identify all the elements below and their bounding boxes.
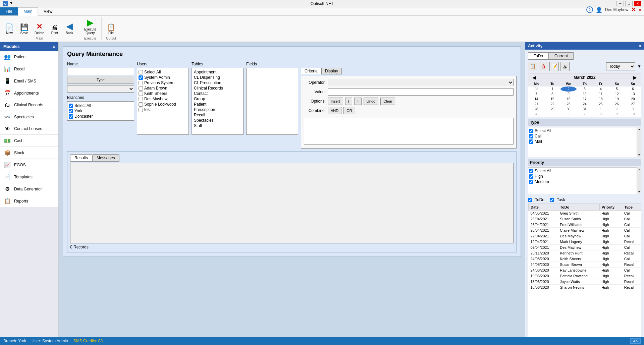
type-scrollbar[interactable]: ▲ ▼ bbox=[637, 127, 641, 157]
cal-day-cell[interactable]: 20 bbox=[625, 97, 641, 102]
table-item[interactable]: Spectacles bbox=[193, 118, 242, 123]
criteria-tab-display[interactable]: Display bbox=[321, 68, 342, 74]
type-select-all[interactable]: Select All bbox=[529, 128, 636, 133]
cal-day-cell[interactable]: 21 bbox=[528, 102, 544, 107]
type-mail[interactable]: Mail bbox=[529, 139, 636, 144]
branch-doncaster[interactable]: Doncaster bbox=[69, 114, 132, 119]
help-icon[interactable]: ? bbox=[586, 6, 593, 13]
sidebar-item-clinical-records[interactable]: 🗂 Clinical Records bbox=[0, 99, 58, 111]
table-row[interactable]: 24/08/2020Susan BrownHighRecall bbox=[529, 262, 641, 268]
table-row[interactable]: 26/04/2021Claire MayhewHighCall bbox=[529, 228, 641, 233]
todo-filter-check[interactable] bbox=[528, 198, 532, 202]
tab-main[interactable]: Main bbox=[18, 7, 38, 16]
table-row[interactable]: 26/04/2021Susan SmithHighCall bbox=[529, 216, 641, 222]
cal-day-cell[interactable]: 10 bbox=[625, 112, 641, 117]
priority-high-check[interactable] bbox=[529, 174, 533, 179]
copy-todo-button[interactable]: 📋 bbox=[528, 62, 537, 71]
or-button[interactable]: OR bbox=[343, 107, 355, 114]
operator-select[interactable] bbox=[328, 79, 514, 86]
minimize-button[interactable]: ─ bbox=[616, 1, 624, 6]
delete-todo-button[interactable]: 🗑 bbox=[539, 62, 548, 71]
results-tab-results[interactable]: Results bbox=[70, 154, 92, 162]
task-filter-check[interactable] bbox=[550, 198, 554, 202]
expand-icon[interactable]: » bbox=[639, 7, 641, 12]
sidebar-item-stock[interactable]: 📦 Stock bbox=[0, 147, 58, 159]
cal-day-cell[interactable]: 1 bbox=[593, 107, 609, 112]
cal-day-cell[interactable]: 2 bbox=[609, 107, 625, 112]
user-adam-brown[interactable]: Adam Brown bbox=[139, 85, 187, 91]
priority-medium-check[interactable] bbox=[529, 180, 533, 184]
cal-day-cell[interactable]: 2 bbox=[560, 87, 577, 92]
sidebar-collapse-icon[interactable]: « bbox=[53, 44, 55, 49]
cal-day-cell[interactable]: 4 bbox=[528, 112, 544, 117]
cal-day-cell[interactable]: 9 bbox=[560, 92, 577, 97]
user-test[interactable]: test bbox=[139, 107, 187, 112]
user-sophie-lockwood[interactable]: Sophie Lockwood bbox=[139, 102, 187, 107]
user-previous-system[interactable]: Previous System bbox=[139, 80, 187, 85]
user-previous-system-check[interactable] bbox=[139, 81, 143, 85]
cal-day-cell[interactable]: 28 bbox=[528, 87, 544, 92]
sidebar-item-templates[interactable]: 📄 Templates bbox=[0, 171, 58, 183]
ab-button[interactable]: Ab bbox=[630, 338, 641, 344]
cal-day-cell[interactable]: 19 bbox=[609, 97, 625, 102]
tab-file[interactable]: File bbox=[0, 7, 18, 15]
priority-high[interactable]: High bbox=[529, 174, 636, 179]
priority-select-all[interactable]: Select All bbox=[529, 168, 636, 174]
sidebar-item-spectacles[interactable]: 👓 Spectacles bbox=[0, 111, 58, 123]
cal-day-cell[interactable]: 5 bbox=[544, 112, 560, 117]
cal-day-cell[interactable]: 9 bbox=[609, 112, 625, 117]
sidebar-item-reports[interactable]: 📋 Reports bbox=[0, 195, 58, 207]
branch-york[interactable]: York bbox=[69, 108, 132, 114]
user-sophie-lockwood-check[interactable] bbox=[139, 102, 143, 107]
value-input[interactable] bbox=[328, 88, 514, 96]
user-des-mayhew[interactable]: Des Mayhew bbox=[139, 96, 187, 102]
cal-day-cell[interactable]: 28 bbox=[528, 107, 544, 112]
type-call-check[interactable] bbox=[529, 134, 533, 138]
cal-day-cell[interactable]: 22 bbox=[544, 102, 560, 107]
cal-day-cell[interactable]: 18 bbox=[593, 97, 609, 102]
table-item[interactable]: Patient bbox=[193, 102, 242, 107]
user-select-all-check[interactable] bbox=[139, 70, 143, 74]
priority-medium[interactable]: Medium bbox=[529, 179, 636, 184]
cal-day-cell[interactable]: 1 bbox=[544, 87, 560, 92]
maximize-button[interactable]: □ bbox=[625, 1, 633, 6]
cal-day-cell[interactable]: 5 bbox=[609, 87, 625, 92]
tab-view[interactable]: View bbox=[38, 7, 58, 15]
close-paren-button[interactable]: ) bbox=[354, 98, 362, 105]
table-item[interactable]: Prescription bbox=[193, 107, 242, 112]
today-select[interactable]: Today Tomorrow This Week All bbox=[606, 62, 635, 70]
table-item[interactable]: CL Prescription bbox=[193, 80, 242, 85]
type-dropdown[interactable] bbox=[67, 85, 134, 93]
cal-day-cell[interactable]: 17 bbox=[577, 97, 593, 102]
cal-day-cell[interactable]: 11 bbox=[593, 92, 609, 97]
user-system-admin[interactable]: System Admin bbox=[139, 75, 187, 80]
cal-day-cell[interactable]: 31 bbox=[577, 107, 593, 112]
cal-day-cell[interactable]: 15 bbox=[544, 97, 560, 102]
type-select-all-check[interactable] bbox=[529, 129, 533, 133]
table-row[interactable]: 04/05/2021Greg SmithHighCall bbox=[529, 211, 641, 216]
table-row[interactable]: 19/06/2020Patricia RowlandHighRecall bbox=[529, 273, 641, 279]
user-test-check[interactable] bbox=[139, 108, 143, 112]
cal-next-button[interactable]: ▶ bbox=[632, 75, 638, 80]
table-row[interactable]: 18/06/2020Joyce WattsHighRecall bbox=[529, 279, 641, 285]
cal-day-cell[interactable]: 13 bbox=[625, 92, 641, 97]
activity-tab-current[interactable]: Current bbox=[549, 52, 574, 60]
table-item[interactable]: Group bbox=[193, 96, 242, 102]
table-item[interactable]: Clinical Records bbox=[193, 85, 242, 91]
user-keith-sheers-check[interactable] bbox=[139, 92, 143, 96]
sidebar-item-recall[interactable]: 📊 Recall bbox=[0, 63, 58, 75]
type-mail-check[interactable] bbox=[529, 139, 533, 144]
table-item[interactable]: Staff bbox=[193, 123, 242, 128]
cal-day-cell[interactable]: 8 bbox=[544, 92, 560, 97]
cal-day-cell[interactable]: 27 bbox=[625, 102, 641, 107]
cal-day-cell[interactable]: 24 bbox=[577, 102, 593, 107]
cal-day-cell[interactable]: 30 bbox=[560, 107, 577, 112]
cal-day-cell[interactable]: 7 bbox=[577, 112, 593, 117]
sidebar-item-cash[interactable]: 💵 Cash bbox=[0, 135, 58, 147]
activity-expand-icon[interactable]: » bbox=[639, 44, 641, 48]
cal-day-cell[interactable]: 4 bbox=[593, 87, 609, 92]
branch-doncaster-check[interactable] bbox=[69, 114, 73, 119]
table-row[interactable]: 25/11/2020Kenneth HuntHighRecall bbox=[529, 250, 641, 256]
type-button[interactable]: Type bbox=[67, 76, 134, 84]
name-input[interactable] bbox=[67, 68, 134, 75]
